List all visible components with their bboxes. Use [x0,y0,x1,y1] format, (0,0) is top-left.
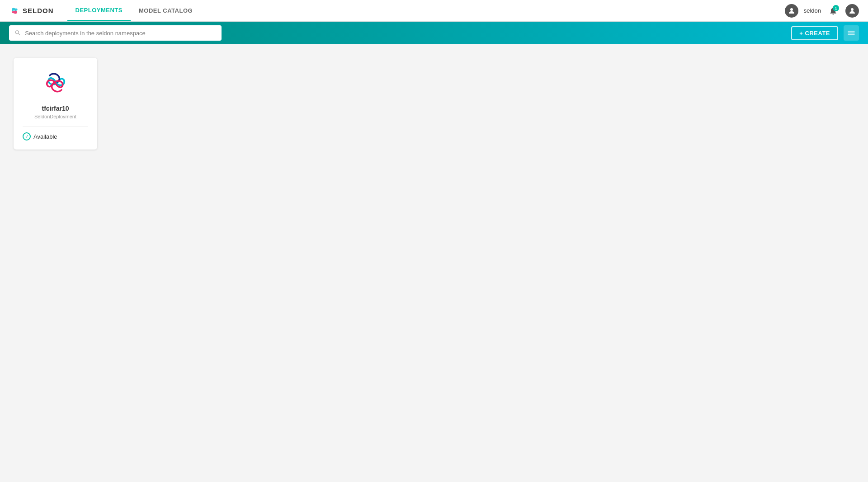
list-view-icon [847,28,856,37]
logo-area[interactable]: SELDON [9,5,54,16]
card-status: ✓ Available [23,132,88,140]
user-name[interactable]: seldon [804,7,821,14]
create-button[interactable]: + CREATE [791,26,838,40]
status-label: Available [33,133,57,140]
search-bar-row: + CREATE [0,22,868,44]
svg-point-0 [790,8,793,11]
logo-text: SELDON [23,7,54,14]
nav-links: DEPLOYMENTS MODEL CATALOG [67,0,201,21]
search-input[interactable] [25,30,216,37]
account-icon [785,4,798,18]
notification-badge: 1 [833,5,839,11]
search-icon [14,29,21,37]
nav-link-deployments[interactable]: DEPLOYMENTS [67,0,131,21]
seldon-logo-icon [9,5,20,16]
card-logo [23,67,88,98]
deployment-card[interactable]: tfcirfar10 SeldonDeployment ✓ Available [14,58,97,150]
deployment-logo-icon [40,67,71,98]
status-check-icon: ✓ [23,132,31,140]
top-nav: SELDON DEPLOYMENTS MODEL CATALOG seldon … [0,0,868,22]
user-avatar[interactable] [845,4,859,18]
nav-right: seldon 1 [785,4,859,18]
list-view-button[interactable] [844,25,859,41]
card-type: SeldonDeployment [23,114,88,119]
card-divider [23,126,88,127]
svg-point-1 [851,8,854,11]
search-input-wrap [9,25,222,41]
notification-button[interactable]: 1 [826,4,840,18]
main-content: tfcirfar10 SeldonDeployment ✓ Available [0,44,868,163]
card-title: tfcirfar10 [23,105,88,112]
nav-link-model-catalog[interactable]: MODEL CATALOG [131,0,201,21]
